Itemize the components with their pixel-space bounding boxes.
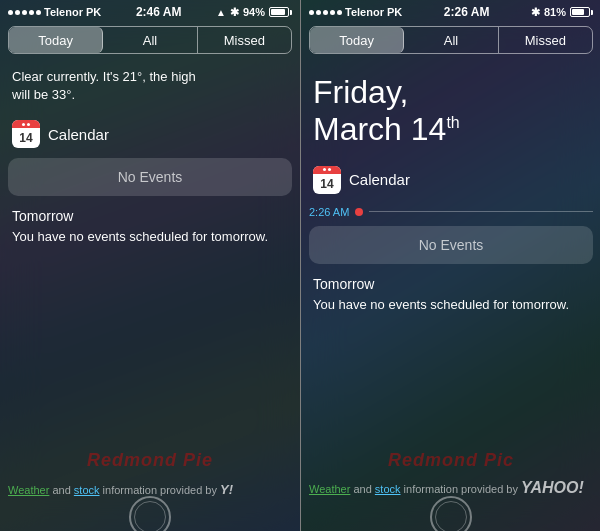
left-carrier: Telenor PK <box>44 6 101 18</box>
signal-dot-4 <box>29 10 34 15</box>
right-bluetooth-icon: ✱ <box>531 6 540 19</box>
signal-dot-1 <box>8 10 13 15</box>
left-time: 2:46 AM <box>136 5 182 19</box>
right-battery-icon <box>570 7 593 17</box>
right-time-indicator: 2:26 AM <box>309 202 593 222</box>
left-weather-link[interactable]: Weather <box>8 484 49 496</box>
signal-dot-2 <box>15 10 20 15</box>
right-calendar-label: Calendar <box>349 171 410 188</box>
left-events-card: No Events <box>8 158 292 196</box>
right-segment-control: Today All Missed <box>309 26 593 54</box>
right-time-dot <box>355 208 363 216</box>
gps-icon: ▲ <box>216 7 226 18</box>
left-home-area <box>0 503 300 531</box>
left-calendar-icon: 14 <box>12 120 40 148</box>
left-tab-today[interactable]: Today <box>9 27 103 53</box>
right-footer-text2: information provided by <box>404 483 518 495</box>
left-status-right: ▲ ✱ 94% <box>216 6 292 19</box>
left-status-bar: Telenor PK 2:46 AM ▲ ✱ 94% <box>0 0 300 22</box>
left-battery-text: 94% <box>243 6 265 18</box>
right-content: Friday, March 14th 14 Calendar <box>301 58 600 473</box>
right-battery-text: 81% <box>544 6 566 18</box>
right-time-line <box>369 211 593 212</box>
right-events-card: No Events <box>309 226 593 264</box>
right-no-events: No Events <box>419 237 484 253</box>
right-tomorrow-label: Tomorrow <box>313 276 589 292</box>
left-footer-text2: information provided by <box>103 484 217 496</box>
left-status-left: Telenor PK <box>8 6 101 18</box>
left-tomorrow: Tomorrow You have no events scheduled fo… <box>8 200 292 250</box>
right-tomorrow-text: You have no events scheduled for tomorro… <box>313 296 589 314</box>
right-footer-text1: and <box>353 483 374 495</box>
signal-bars <box>8 10 41 15</box>
left-tomorrow-text: You have no events scheduled for tomorro… <box>12 228 288 246</box>
signal-dot-3 <box>22 10 27 15</box>
right-time: 2:26 AM <box>444 5 490 19</box>
right-home-area <box>301 503 600 531</box>
right-status-right: ✱ 81% <box>531 6 593 19</box>
right-status-bar: Telenor PK 2:26 AM ✱ 81% <box>301 0 600 22</box>
right-time-label: 2:26 AM <box>309 206 349 218</box>
right-home-button[interactable] <box>430 496 472 531</box>
right-tab-all[interactable]: All <box>404 27 498 53</box>
signal-dot-5 <box>36 10 41 15</box>
right-status-left: Telenor PK <box>309 6 402 18</box>
right-carrier: Telenor PK <box>345 6 402 18</box>
right-weather-link[interactable]: Weather <box>309 483 350 495</box>
right-home-inner <box>435 501 467 531</box>
right-calendar-header: 14 Calendar <box>309 160 593 200</box>
date-suffix: th <box>446 114 459 131</box>
left-calendar-label: Calendar <box>48 126 109 143</box>
right-calendar-icon: 14 <box>313 166 341 194</box>
left-calendar-header: 14 Calendar <box>8 114 292 154</box>
left-tab-missed[interactable]: Missed <box>198 27 291 53</box>
left-tab-all[interactable]: All <box>103 27 197 53</box>
left-phone-panel: Telenor PK 2:46 AM ▲ ✱ 94% Today <box>0 0 300 531</box>
left-weather-text: Clear currently. It's 21°, the highwill … <box>8 66 292 114</box>
right-signal-bars <box>309 10 342 15</box>
right-date-header: Friday, March 14th <box>309 66 593 160</box>
right-tab-today[interactable]: Today <box>310 27 404 53</box>
right-tab-missed[interactable]: Missed <box>499 27 592 53</box>
right-yahoo-logo: YAHOO! <box>521 479 584 496</box>
left-home-button[interactable] <box>129 496 171 531</box>
right-phone-panel: Telenor PK 2:26 AM ✱ 81% Today All <box>301 0 600 531</box>
left-home-inner <box>134 501 166 531</box>
left-yahoo-logo: Y! <box>220 482 233 497</box>
right-date-text: Friday, March 14th <box>313 74 589 148</box>
left-no-events: No Events <box>118 169 183 185</box>
left-footer-text1: and <box>52 484 73 496</box>
right-stock-link[interactable]: stock <box>375 483 401 495</box>
right-tomorrow: Tomorrow You have no events scheduled fo… <box>309 268 593 318</box>
left-content: Clear currently. It's 21°, the highwill … <box>0 58 300 476</box>
left-stock-link[interactable]: stock <box>74 484 100 496</box>
left-battery-icon <box>269 7 292 17</box>
left-tomorrow-label: Tomorrow <box>12 208 288 224</box>
left-segment-control: Today All Missed <box>8 26 292 54</box>
bluetooth-icon: ✱ <box>230 6 239 19</box>
